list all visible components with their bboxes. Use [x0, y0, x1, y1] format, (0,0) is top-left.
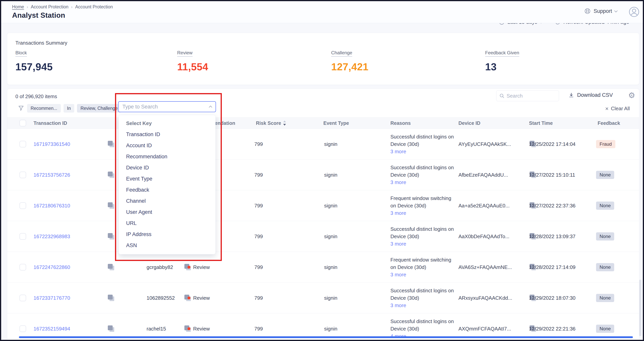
summary-title: Transactions Summary [16, 40, 67, 46]
support-menu[interactable]: Support [584, 8, 617, 14]
more-reasons-link[interactable]: 3 more [390, 271, 457, 278]
more-reasons-link[interactable]: 4 more [390, 333, 457, 340]
summary-metric-label[interactable]: Block [16, 50, 27, 57]
select-all-checkbox[interactable] [20, 120, 26, 126]
items-count: 0 of 296,920 items [16, 93, 57, 99]
search-input[interactable] [506, 93, 556, 99]
transaction-id-link[interactable]: 1672180676310 [34, 203, 70, 209]
col-risk-score[interactable]: Risk Score [256, 120, 281, 126]
dropdown-option[interactable]: Channel [119, 196, 216, 207]
key-search-input[interactable] [122, 104, 209, 110]
copy-icon[interactable] [108, 325, 114, 332]
row-checkbox[interactable] [20, 141, 26, 147]
transaction-id-link[interactable]: 1672337176770 [34, 295, 70, 301]
event-type-value: signin [324, 233, 338, 239]
table-row: 1671973361540 799 signin Successful dist… [7, 129, 639, 159]
start-time-value: 12/28/2022 17:14:09 [529, 264, 576, 270]
horizontal-scrollbar[interactable] [19, 336, 633, 338]
dropdown-option[interactable]: Event Type [119, 173, 216, 184]
dropdown-option[interactable]: Device ID [119, 162, 216, 173]
dropdown-option[interactable]: Recommendation [119, 151, 216, 162]
user-avatar[interactable] [628, 6, 640, 17]
row-checkbox[interactable] [20, 202, 26, 209]
support-label: Support [594, 8, 612, 14]
summary-metric: Challenge 127,421 [331, 50, 368, 73]
row-checkbox[interactable] [20, 264, 26, 271]
more-reasons-link[interactable]: 3 more [390, 179, 457, 186]
col-feedback[interactable]: Feedback [598, 120, 620, 126]
clear-all-button[interactable]: × Clear All [605, 106, 630, 112]
table-search [496, 90, 559, 101]
breadcrumb-item[interactable]: Account Protection [31, 4, 68, 9]
reasons-cell: Frequent window switching on Device (30d… [390, 256, 457, 278]
summary-metric-label[interactable]: Challenge [331, 50, 352, 57]
copy-icon[interactable] [108, 202, 114, 209]
chevron-up-icon[interactable] [209, 106, 212, 109]
row-checkbox[interactable] [20, 172, 26, 178]
start-time-value: 12/25/2022 17:14:04 [529, 141, 576, 147]
row-checkbox[interactable] [20, 326, 26, 332]
risk-score-value: 799 [254, 233, 263, 239]
summary-metric-label[interactable]: Feedback Given [485, 50, 519, 57]
transaction-id-link[interactable]: 1671973361540 [34, 141, 70, 147]
dropdown-option[interactable]: Feedback [119, 184, 216, 196]
row-checkbox[interactable] [20, 295, 26, 301]
reasons-cell: Successful distinct logins on Device (30… [390, 133, 457, 155]
col-event-type[interactable]: Event Type [323, 120, 349, 126]
more-reasons-link[interactable]: 3 more [390, 209, 457, 217]
copy-icon[interactable] [108, 141, 114, 148]
dropdown-option[interactable]: Account ID [119, 140, 216, 151]
copy-icon[interactable] [108, 171, 114, 178]
copy-icon[interactable] [108, 233, 114, 240]
col-transaction-id[interactable]: Transaction ID [34, 120, 67, 126]
sort-icon[interactable] [283, 120, 286, 126]
gear-icon[interactable]: ⚙ [628, 91, 635, 100]
breadcrumb-home-link[interactable]: Home [12, 4, 24, 9]
vertical-scrollbar[interactable] [639, 280, 641, 336]
summary-metric-label[interactable]: Review [177, 50, 192, 57]
col-reasons[interactable]: Reasons [390, 120, 411, 126]
filter-key-chip[interactable]: Recommen... [27, 104, 61, 113]
filter-values-chip[interactable]: Review, Challenge [77, 104, 121, 113]
dropdown-option[interactable]: IP Address [119, 229, 216, 240]
account-id-value: gcrgabby82 [146, 264, 173, 270]
breadcrumb-item: Account Protection [75, 4, 113, 9]
recommendation-cell: Review [188, 295, 210, 301]
event-type-value: signin [324, 264, 338, 270]
transaction-id-link[interactable]: 1672352159494 [34, 326, 70, 332]
row-checkbox[interactable] [20, 233, 26, 240]
filter-operator-chip[interactable]: In [64, 104, 74, 113]
app-header: Home › Account Protection › Account Prot… [1, 1, 643, 23]
dropdown-option[interactable]: Transaction ID [119, 129, 216, 140]
download-csv-button[interactable]: Download CSV [568, 92, 613, 98]
copy-icon[interactable] [108, 264, 114, 271]
transaction-id-link[interactable]: 1672153756726 [34, 172, 70, 178]
feedback-badge: None [596, 263, 614, 271]
risk-score-value: 799 [254, 203, 263, 209]
col-start-time[interactable]: Start Time [529, 120, 553, 126]
more-reasons-link[interactable]: 3 more [390, 148, 457, 155]
dropdown-option[interactable]: ASN [119, 240, 216, 251]
breadcrumb-separator: › [71, 5, 72, 9]
recommendation-value: Review [193, 295, 210, 301]
risk-score-value: 799 [254, 326, 263, 332]
dropdown-option[interactable]: URL [119, 218, 216, 229]
copy-icon[interactable] [108, 295, 114, 302]
transaction-id-link[interactable]: 1672247622860 [34, 264, 70, 270]
dropdown-option[interactable]: User Agent [119, 207, 216, 218]
device-id-value: AVA6Sz+FAQAAmNE... [458, 264, 512, 270]
page-title: Analyst Station [12, 11, 65, 19]
device-id-value: ARxsyxuFAQAACKdd... [458, 295, 512, 301]
device-id-value: AXQmmFCFAQAAtI7... [458, 326, 511, 332]
table-header-row: Transaction ID Account ID Recommendation… [7, 117, 639, 129]
device-id-value: AaX0bDeFAQAAdTo... [458, 233, 510, 239]
summary-metric: Block 157,945 [16, 50, 53, 73]
recommendation-value: Review [193, 264, 210, 270]
reason-text: Successful distinct logins on Device (30… [390, 288, 454, 301]
col-device-id[interactable]: Device ID [458, 120, 480, 126]
account-id-value: 1062892552 [146, 295, 175, 301]
event-type-value: signin [324, 326, 338, 332]
more-reasons-link[interactable]: 3 more [390, 302, 457, 309]
more-reasons-link[interactable]: 3 more [390, 240, 457, 248]
transaction-id-link[interactable]: 1672232968983 [34, 233, 70, 239]
